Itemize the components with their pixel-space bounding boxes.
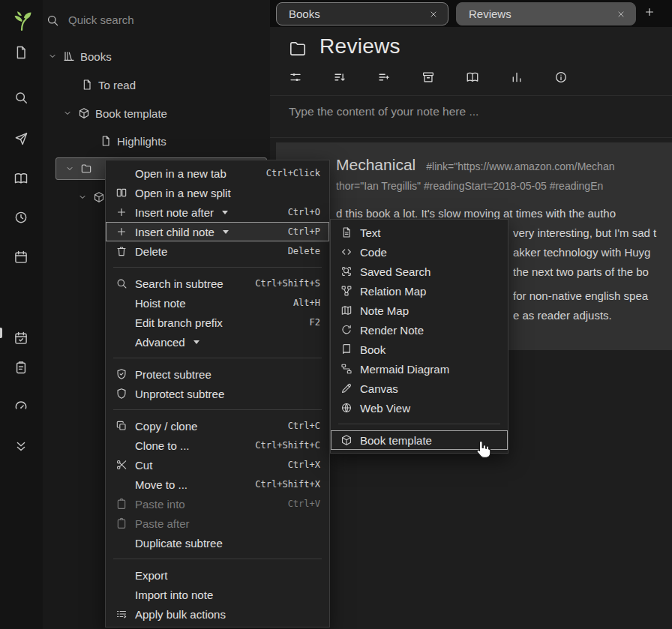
submenu-item-text[interactable]: Text <box>331 223 508 242</box>
trilium-logo-icon[interactable] <box>10 10 33 32</box>
submenu-item-render-note[interactable]: Render Note <box>331 320 508 340</box>
basic-properties-sliders-icon[interactable] <box>289 70 302 84</box>
chevron-down-icon[interactable] <box>62 108 73 118</box>
note-info-icon[interactable] <box>554 70 568 84</box>
tree-item-book-template[interactable]: Book template <box>62 103 167 124</box>
menu-item-label: Hoist note <box>135 297 186 310</box>
trash-icon <box>115 245 128 257</box>
caret-down-icon <box>223 230 229 234</box>
submenu-item-book[interactable]: Book <box>331 340 508 359</box>
menu-item-move-to[interactable]: Move to ... Ctrl+Shift+X <box>106 475 329 494</box>
card-note-title[interactable]: Mechanical <box>336 156 416 174</box>
tasks-clipboard-icon[interactable] <box>14 360 28 375</box>
menu-item-paste-into: Paste into Ctrl+V <box>106 494 329 514</box>
menu-item-shortcut: Ctrl+Click <box>266 168 320 178</box>
book-properties-icon[interactable] <box>466 70 479 84</box>
tree-item-label: Book template <box>95 107 167 120</box>
search-icon <box>115 277 128 289</box>
tree-item-highlights[interactable]: Highlights <box>100 130 166 151</box>
tree-item-to-read[interactable]: To read <box>81 74 136 95</box>
note-content-editor[interactable]: Type the content of your note here ... <box>289 105 478 118</box>
menu-item-cut[interactable]: Cut Ctrl+X <box>106 455 329 475</box>
menu-item-apply-bulk-actions[interactable]: Apply bulk actions <box>106 604 329 624</box>
shield-check-icon <box>115 368 128 380</box>
menu-item-advanced[interactable]: Advanced <box>106 332 329 352</box>
card-body-text: the next two parts of the bo <box>513 265 649 278</box>
archive-icon[interactable] <box>422 70 435 84</box>
menu-item-duplicate-subtree[interactable]: Duplicate subtree <box>106 533 329 553</box>
submenu-item-label: Code <box>360 246 387 259</box>
menu-item-shortcut: Ctrl+X <box>288 460 320 470</box>
paste-icon <box>115 498 128 510</box>
open-book-icon[interactable] <box>14 171 28 186</box>
menu-item-label: Duplicate subtree <box>135 537 223 550</box>
quick-search-icon[interactable] <box>46 13 59 27</box>
chevron-down-icon[interactable] <box>77 192 88 202</box>
submenu-item-label: Note Map <box>360 304 409 317</box>
submenu-item-web-view[interactable]: Web View <box>331 398 508 418</box>
menu-item-label: Protect subtree <box>135 368 212 381</box>
add-attribute-list-plus-icon[interactable] <box>377 70 391 84</box>
tree-item-label: Books <box>80 50 112 63</box>
card-attribute-fragment: thor="Ian Tregillis" #readingStart=2018-… <box>336 180 603 192</box>
close-icon[interactable] <box>428 9 439 19</box>
saved-search-icon <box>340 265 353 277</box>
tree-item-selected-folder[interactable] <box>64 158 92 179</box>
close-icon[interactable] <box>616 9 626 19</box>
menu-item-insert-child-note[interactable]: Insert child note Ctrl+P <box>106 222 329 241</box>
quick-search-input[interactable]: Quick search <box>68 13 134 26</box>
card-body-text: e as reader adjusts. <box>513 309 612 322</box>
search-icon[interactable] <box>14 90 28 105</box>
tab-books[interactable]: Books <box>276 2 448 25</box>
submenu-item-canvas[interactable]: Canvas <box>331 379 508 398</box>
chevron-down-icon[interactable] <box>64 163 75 174</box>
submenu-item-code[interactable]: Code <box>331 242 508 262</box>
menu-item-insert-note-after[interactable]: Insert note after Ctrl+O <box>106 202 329 222</box>
menu-item-label: Paste after <box>135 517 190 530</box>
note-paths-chart-icon[interactable] <box>510 70 524 84</box>
jump-to-note-icon[interactable] <box>14 131 28 146</box>
menu-item-hoist-note[interactable]: Hoist note Alt+H <box>106 293 329 313</box>
library-icon <box>63 50 75 62</box>
menu-item-shortcut: Ctrl+C <box>288 421 320 431</box>
calendar-icon[interactable] <box>14 250 28 265</box>
menu-item-import-into-note[interactable]: Import into note <box>106 585 329 604</box>
tree-item-child-partial[interactable] <box>77 187 105 208</box>
owned-attributes-icon[interactable] <box>333 70 346 84</box>
menu-item-export[interactable]: Export <box>106 565 329 585</box>
tab-reviews[interactable]: Reviews <box>456 2 636 25</box>
shield-icon <box>115 388 128 400</box>
new-tab-button[interactable] <box>644 6 656 18</box>
recent-changes-icon[interactable] <box>14 210 28 225</box>
menu-item-label: Open in a new split <box>135 187 231 199</box>
menu-item-delete[interactable]: Delete Delete <box>106 241 329 261</box>
submenu-item-mermaid-diagram[interactable]: Mermaid Diagram <box>331 359 508 379</box>
collapse-double-chevron-icon[interactable] <box>14 439 28 454</box>
submenu-item-relation-map[interactable]: Relation Map <box>331 281 508 301</box>
menu-item-open-in-new-split[interactable]: Open in a new split <box>106 183 329 202</box>
menu-item-edit-branch-prefix[interactable]: Edit branch prefix F2 <box>106 313 329 332</box>
tab-label: Reviews <box>469 7 610 20</box>
dashboard-gauge-icon[interactable] <box>14 399 28 414</box>
bulk-actions-icon <box>115 608 128 620</box>
tree-item-books[interactable]: Books <box>47 46 112 67</box>
app-window: Quick search Books To read Book template… <box>0 0 672 629</box>
menu-item-protect-subtree[interactable]: Protect subtree <box>106 364 329 384</box>
new-note-icon[interactable] <box>14 45 28 60</box>
card-body-text: for non-native english spea <box>513 289 648 302</box>
submenu-item-note-map[interactable]: Note Map <box>331 301 508 320</box>
menu-item-unprotect-subtree[interactable]: Unprotect subtree <box>106 384 329 403</box>
chevron-down-icon[interactable] <box>47 51 58 61</box>
menu-item-shortcut: Ctrl+P <box>288 226 320 237</box>
menu-item-search-in-subtree[interactable]: Search in subtree Ctrl+Shift+S <box>106 274 329 293</box>
today-calendar-icon[interactable] <box>14 331 28 346</box>
note-map-icon <box>340 304 353 316</box>
menu-item-shortcut: Ctrl+O <box>288 207 320 217</box>
menu-item-copy-clone[interactable]: Copy / clone Ctrl+C <box>106 416 329 436</box>
submenu-item-saved-search[interactable]: Saved Search <box>331 262 508 281</box>
submenu-item-book-template[interactable]: Book template <box>331 430 508 450</box>
relation-map-icon <box>340 285 353 297</box>
menu-item-shortcut: Delete <box>288 246 320 256</box>
menu-item-open-in-new-tab[interactable]: Open in a new tab Ctrl+Click <box>106 163 329 183</box>
menu-item-clone-to[interactable]: Clone to ... Ctrl+Shift+C <box>106 436 329 455</box>
